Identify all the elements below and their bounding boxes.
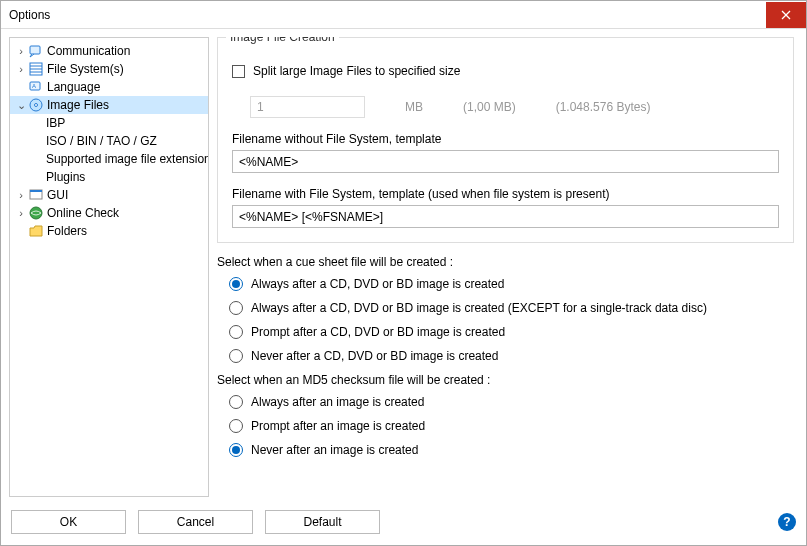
svg-rect-2: [30, 46, 40, 54]
help-button[interactable]: ?: [778, 513, 796, 531]
close-icon: [781, 10, 791, 20]
cue-option-0[interactable]: Always after a CD, DVD or BD image is cr…: [229, 277, 794, 291]
tree-item-label: Online Check: [47, 206, 119, 220]
lang-icon: A: [28, 79, 44, 95]
fs-icon: [28, 61, 44, 77]
online-icon: [28, 205, 44, 221]
split-bytes-hint: (1.048.576 Bytes): [556, 100, 651, 114]
comm-icon: [28, 43, 44, 59]
help-icon: ?: [783, 515, 790, 529]
tree-item-label: IBP: [46, 116, 65, 130]
group-legend: Image File Creation: [226, 37, 339, 44]
md5-option-0[interactable]: Always after an image is created: [229, 395, 794, 409]
md5-radio[interactable]: [229, 395, 243, 409]
tree-item-label: Image Files: [47, 98, 109, 112]
fn-with-fs-input[interactable]: [232, 205, 779, 228]
cue-option-label: Never after a CD, DVD or BD image is cre…: [251, 349, 498, 363]
options-tree[interactable]: ›Communication›File System(s)›ALanguage⌄…: [9, 37, 209, 497]
close-button[interactable]: [766, 2, 806, 28]
gui-icon: [28, 187, 44, 203]
default-button[interactable]: Default: [265, 510, 380, 534]
tree-item-supported-image-file-extension[interactable]: ›Supported image file extension: [10, 150, 209, 168]
cue-option-1[interactable]: Always after a CD, DVD or BD image is cr…: [229, 301, 794, 315]
chevron-right-icon[interactable]: ›: [14, 207, 28, 219]
tree-item-gui[interactable]: ›GUI: [10, 186, 209, 204]
cue-option-label: Always after a CD, DVD or BD image is cr…: [251, 301, 707, 315]
split-mb-hint: (1,00 MB): [463, 100, 516, 114]
img-icon: [28, 97, 44, 113]
tree-item-image-files[interactable]: ⌄Image Files: [10, 96, 209, 114]
group-image-file-creation: Image File Creation Split large Image Fi…: [217, 37, 794, 243]
button-bar: OK Cancel Default ?: [1, 505, 806, 545]
fn-with-fs-label: Filename with File System, template (use…: [232, 187, 779, 201]
options-page: Image File Creation Split large Image Fi…: [217, 37, 798, 497]
svg-point-13: [30, 207, 42, 219]
tree-item-label: Language: [47, 80, 100, 94]
split-size-input[interactable]: [250, 96, 365, 118]
ok-button[interactable]: OK: [11, 510, 126, 534]
md5-radio[interactable]: [229, 443, 243, 457]
cue-radio[interactable]: [229, 301, 243, 315]
cancel-button[interactable]: Cancel: [138, 510, 253, 534]
tree-item-plugins[interactable]: ›Plugins: [10, 168, 209, 186]
tree-item-label: GUI: [47, 188, 68, 202]
cue-option-label: Always after a CD, DVD or BD image is cr…: [251, 277, 504, 291]
tree-item-label: Communication: [47, 44, 130, 58]
md5-option-label: Never after an image is created: [251, 443, 418, 457]
fn-no-fs-label: Filename without File System, template: [232, 132, 779, 146]
cue-option-2[interactable]: Prompt after a CD, DVD or BD image is cr…: [229, 325, 794, 339]
tree-item-online-check[interactable]: ›Online Check: [10, 204, 209, 222]
svg-rect-12: [30, 190, 42, 192]
chevron-right-icon[interactable]: ›: [14, 45, 28, 57]
split-params: MB (1,00 MB) (1.048.576 Bytes): [250, 96, 779, 118]
tree-item-ibp[interactable]: ›IBP: [10, 114, 209, 132]
split-checkbox[interactable]: [232, 65, 245, 78]
chevron-down-icon[interactable]: ⌄: [14, 99, 28, 112]
cue-heading: Select when a cue sheet file will be cre…: [217, 255, 794, 269]
split-checkbox-label: Split large Image Files to specified siz…: [253, 64, 460, 78]
md5-option-1[interactable]: Prompt after an image is created: [229, 419, 794, 433]
tree-item-label: Plugins: [46, 170, 85, 184]
cue-radio[interactable]: [229, 277, 243, 291]
tree-item-label: File System(s): [47, 62, 124, 76]
cue-option-3[interactable]: Never after a CD, DVD or BD image is cre…: [229, 349, 794, 363]
split-checkbox-row[interactable]: Split large Image Files to specified siz…: [232, 64, 779, 78]
cue-radio[interactable]: [229, 349, 243, 363]
tree-item-language[interactable]: ›ALanguage: [10, 78, 209, 96]
folder-icon: [28, 223, 44, 239]
fn-no-fs-input[interactable]: [232, 150, 779, 173]
md5-radio[interactable]: [229, 419, 243, 433]
cue-option-label: Prompt after a CD, DVD or BD image is cr…: [251, 325, 505, 339]
chevron-right-icon[interactable]: ›: [14, 189, 28, 201]
md5-option-2[interactable]: Never after an image is created: [229, 443, 794, 457]
tree-item-label: Folders: [47, 224, 87, 238]
tree-item-file-system-s-[interactable]: ›File System(s): [10, 60, 209, 78]
tree-item-label: ISO / BIN / TAO / GZ: [46, 134, 157, 148]
window-title: Options: [9, 8, 766, 22]
md5-heading: Select when an MD5 checksum file will be…: [217, 373, 794, 387]
titlebar: Options: [1, 1, 806, 29]
svg-text:A: A: [32, 83, 36, 89]
md5-option-label: Always after an image is created: [251, 395, 424, 409]
cue-radio[interactable]: [229, 325, 243, 339]
chevron-right-icon[interactable]: ›: [14, 63, 28, 75]
svg-point-10: [35, 104, 38, 107]
tree-item-label: Supported image file extension: [46, 152, 209, 166]
md5-option-label: Prompt after an image is created: [251, 419, 425, 433]
split-unit-label: MB: [405, 100, 423, 114]
tree-item-communication[interactable]: ›Communication: [10, 42, 209, 60]
tree-item-folders[interactable]: ›Folders: [10, 222, 209, 240]
tree-item-iso-bin-tao-gz[interactable]: ›ISO / BIN / TAO / GZ: [10, 132, 209, 150]
